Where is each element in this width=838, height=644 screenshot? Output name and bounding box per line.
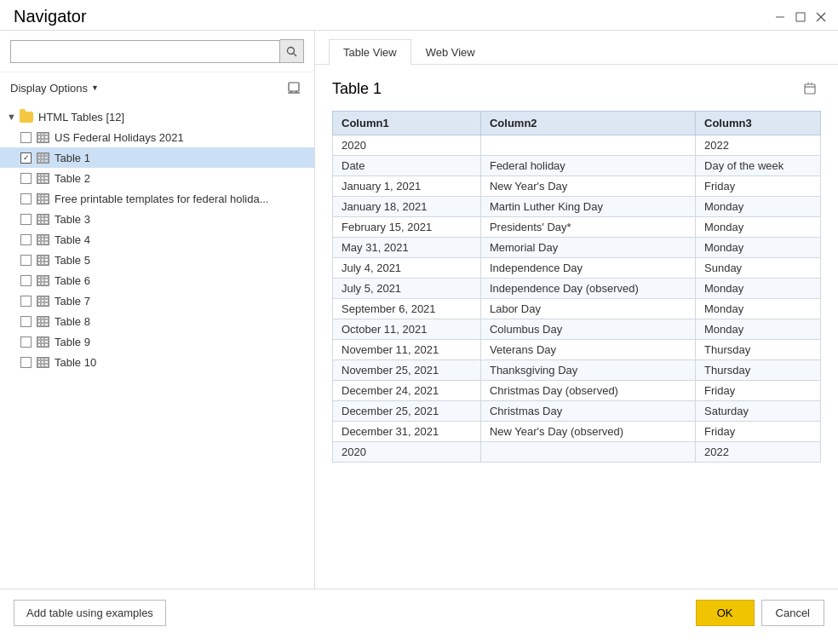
cancel-button[interactable]: Cancel (761, 600, 824, 626)
tree-item-us-holidays[interactable]: US Federal Holidays 2021 (0, 127, 314, 147)
tree-item-checkbox-table7[interactable] (20, 296, 32, 307)
tree-container[interactable]: ▼ HTML Tables [12] US Federal Holidays 2… (0, 103, 314, 589)
table-icon (35, 151, 50, 164)
folder-expand-icon: ▼ (7, 112, 19, 122)
table-cell: New Year's Day (observed) (480, 422, 695, 442)
tree-item-table1[interactable]: Table 1 (0, 147, 314, 168)
tree-item-table3[interactable]: Table 3 (0, 209, 314, 229)
table-icon (35, 212, 50, 226)
svg-point-4 (288, 47, 295, 54)
col-header-2: Column2 (480, 112, 695, 135)
table-row: January 18, 2021Martin Luther King DayMo… (333, 197, 821, 217)
tree-item-label-table7: Table 7 (55, 295, 90, 308)
table-cell: Independence Day (observed) (480, 279, 695, 299)
table-cell: October 11, 2021 (333, 319, 481, 340)
table-cell: December 31, 2021 (333, 422, 481, 442)
tree-item-checkbox-free-print[interactable] (20, 193, 32, 204)
tab-web-view[interactable]: Web View (411, 39, 490, 65)
display-options-button[interactable]: Display Options ▼ (10, 82, 99, 95)
tree-item-label-table10: Table 10 (55, 356, 96, 369)
table-row: February 15, 2021Presidents' Day*Monday (333, 217, 821, 238)
search-button[interactable] (280, 39, 304, 63)
table-cell: Day of the week (696, 156, 821, 176)
tree-item-checkbox-us-holidays[interactable] (20, 132, 32, 143)
table-cell: Saturday (696, 401, 821, 422)
window-title: Navigator (14, 7, 87, 26)
table-cell: Monday (696, 299, 821, 319)
table-cell: Veterans Day (480, 340, 695, 360)
tree-item-table5[interactable]: Table 5 (0, 250, 314, 270)
table-cell: May 31, 2021 (333, 238, 481, 258)
display-options-arrow: ▼ (91, 83, 99, 92)
table-cell: 2022 (696, 135, 821, 156)
refresh-button[interactable] (284, 78, 304, 98)
table-cell: Monday (696, 238, 821, 258)
table-icon (35, 171, 50, 185)
table-cell: July 4, 2021 (333, 258, 481, 279)
tree-item-table10[interactable]: Table 10 (0, 352, 314, 372)
tab-table-view[interactable]: Table View (329, 39, 411, 65)
table-icon (35, 294, 50, 308)
preview-area: Table 1 Column1 Column2 Column3 (315, 65, 838, 589)
tree-item-checkbox-table2[interactable] (20, 173, 32, 184)
table-icon (35, 253, 50, 267)
preview-title: Table 1 (332, 80, 382, 98)
close-button[interactable] (814, 10, 828, 24)
svg-rect-10 (805, 84, 815, 94)
tree-folder-html-tables[interactable]: ▼ HTML Tables [12] (0, 106, 314, 127)
tree-item-table2[interactable]: Table 2 (0, 168, 314, 188)
tree-item-checkbox-table8[interactable] (20, 316, 32, 327)
tree-item-table6[interactable]: Table 6 (0, 270, 314, 290)
table-cell: November 25, 2021 (333, 360, 481, 381)
tree-item-label-table2: Table 2 (55, 172, 90, 185)
add-table-button[interactable]: Add table using examples (14, 600, 166, 626)
main-container: Display Options ▼ ▼ HTML Tables [ (0, 30, 838, 589)
table-row: October 11, 2021Columbus DayMonday (333, 319, 821, 340)
tree-item-checkbox-table10[interactable] (20, 357, 32, 368)
tree-item-checkbox-table3[interactable] (20, 214, 32, 225)
ok-button[interactable]: OK (696, 600, 755, 626)
table-cell: Date (333, 156, 481, 176)
maximize-button[interactable] (794, 10, 807, 24)
table-cell: Thanksgiving Day (480, 360, 695, 381)
tree-item-free-print[interactable]: Free printable templates for federal hol… (0, 188, 314, 209)
display-options-label: Display Options (10, 82, 88, 95)
preview-external-button[interactable] (801, 78, 821, 99)
table-cell: December 24, 2021 (333, 381, 481, 401)
table-cell: September 6, 2021 (333, 299, 481, 319)
tree-item-label-table6: Table 6 (55, 274, 90, 287)
tree-item-checkbox-table4[interactable] (20, 234, 32, 245)
tree-item-checkbox-table9[interactable] (20, 336, 32, 348)
table-cell: Friday (696, 176, 821, 197)
tree-item-table7[interactable]: Table 7 (0, 290, 314, 311)
search-input[interactable] (10, 40, 280, 63)
table-row: November 25, 2021Thanksgiving DayThursda… (333, 360, 821, 381)
tree-item-table9[interactable]: Table 9 (0, 331, 314, 352)
table-icon (35, 273, 50, 287)
table-cell: November 11, 2021 (333, 340, 481, 360)
tree-item-table8[interactable]: Table 8 (0, 311, 314, 331)
tree-item-table4[interactable]: Table 4 (0, 229, 314, 250)
tree-item-label-table1: Table 1 (55, 152, 90, 164)
svg-line-5 (294, 53, 297, 56)
table-cell: January 18, 2021 (333, 197, 481, 217)
table-row: DateFederal holidayDay of the week (333, 156, 821, 176)
table-cell: Monday (696, 279, 821, 299)
table-row: November 11, 2021Veterans DayThursday (333, 340, 821, 360)
table-cell: New Year's Day (480, 176, 695, 197)
table-cell: Monday (696, 197, 821, 217)
tree-item-label-table8: Table 8 (55, 315, 90, 328)
tree-item-checkbox-table5[interactable] (20, 255, 32, 266)
table-icon (35, 233, 50, 246)
tree-item-checkbox-table6[interactable] (20, 275, 32, 286)
table-cell: Thursday (696, 340, 821, 360)
table-cell: Christmas Day (480, 401, 695, 422)
table-cell: February 15, 2021 (333, 217, 481, 238)
tree-items-list: US Federal Holidays 2021Table 1Table 2Fr… (0, 127, 314, 372)
left-panel: Display Options ▼ ▼ HTML Tables [ (0, 31, 315, 589)
tree-item-checkbox-table1[interactable] (20, 152, 32, 164)
table-cell: Christmas Day (observed) (480, 381, 695, 401)
table-header-row: Column1 Column2 Column3 (333, 112, 821, 135)
table-cell: Martin Luther King Day (480, 197, 695, 217)
minimize-button[interactable] (773, 10, 787, 24)
